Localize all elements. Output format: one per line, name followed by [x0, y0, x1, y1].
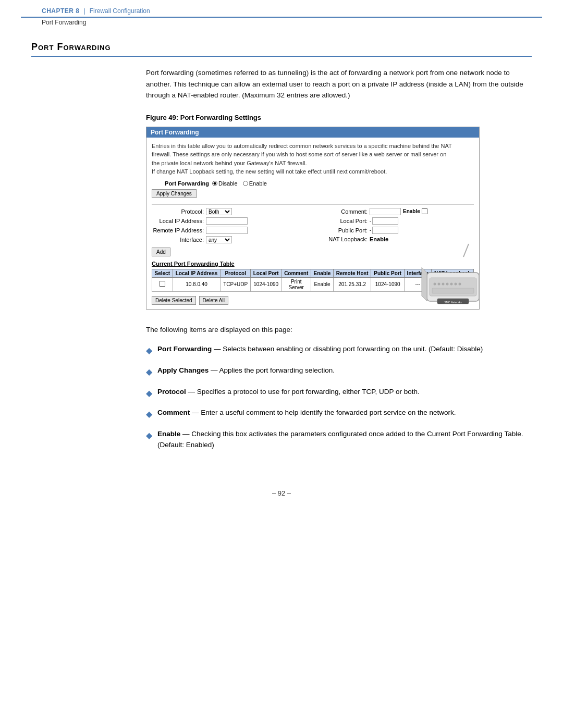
sub-title: Port Forwarding: [21, 19, 542, 26]
public-port-input[interactable]: [372, 227, 398, 234]
enable-checkbox[interactable]: [422, 208, 427, 214]
local-port-input[interactable]: [372, 217, 398, 225]
apply-changes-button[interactable]: Apply Changes: [152, 189, 197, 198]
bullet-text: Enable — Checking this box activates the…: [157, 428, 532, 451]
interface-select[interactable]: any: [206, 236, 232, 243]
chapter-label: Chapter 8: [42, 7, 80, 15]
svg-point-9: [459, 282, 461, 285]
svg-rect-10: [432, 288, 474, 293]
bullet-text: Port Forwarding — Selects between enabli…: [157, 343, 532, 355]
pf-disable-radio[interactable]: Disable: [212, 180, 238, 187]
local-ip-input[interactable]: [206, 217, 248, 225]
protocol-label: Protocol:: [152, 208, 204, 215]
body-text: The following items are displayed on thi…: [146, 324, 532, 336]
svg-point-6: [446, 282, 449, 285]
intro-paragraph: Port forwarding (sometimes referred to a…: [146, 67, 532, 101]
col-remote-host: Remote Host: [333, 269, 371, 277]
term-comment: Comment: [157, 409, 190, 416]
svg-point-4: [438, 282, 440, 285]
pf-form-grid: Protocol: Both TCP UDP Comment: Enable: [152, 208, 474, 243]
cell-remote-host: 201.25.31.2: [333, 277, 371, 291]
term-protocol: Protocol: [157, 388, 186, 396]
bullet-text: Comment — Enter a useful comment to help…: [157, 407, 532, 418]
delete-all-button[interactable]: Delete All: [199, 296, 228, 305]
list-item: ◆ Apply Changes — Applies the port forwa…: [146, 365, 532, 379]
term-enable: Enable: [157, 430, 180, 438]
list-item: ◆ Port Forwarding — Selects between enab…: [146, 343, 532, 357]
col-protocol: Protocol: [221, 269, 250, 277]
pf-description: Entries in this table allow you to autom…: [152, 142, 474, 176]
list-item: ◆ Enable — Checking this box activates t…: [146, 428, 532, 451]
local-port-label: Local Port:: [315, 218, 368, 224]
nat-loopback-value: Enable: [370, 236, 388, 242]
local-ip-row: Local IP Address:: [152, 217, 310, 225]
disable-label: Disable: [218, 180, 238, 187]
svg-marker-13: [422, 267, 427, 301]
svg-point-8: [455, 282, 457, 285]
bullet-text: Protocol — Specifies a protocol to use f…: [157, 386, 532, 398]
pf-radio-label: Port Forwarding: [152, 180, 209, 187]
list-item: ◆ Comment — Enter a useful comment to he…: [146, 407, 532, 421]
cell-comment: PrintServer: [282, 277, 311, 291]
desc-port-forwarding: Selects between enabling or disabling po…: [223, 345, 483, 353]
list-item: ◆ Protocol — Specifies a protocol to use…: [146, 386, 532, 400]
nat-loopback-label: NAT Loopback:: [315, 236, 368, 242]
remote-ip-input[interactable]: [206, 227, 248, 234]
comment-label: Comment:: [315, 208, 368, 215]
disable-radio-dot[interactable]: [212, 181, 217, 186]
cell-local-ip: 10.8.0.40: [173, 277, 221, 291]
page-title: Port Forwarding: [31, 42, 532, 53]
public-port-label: Public Port:: [315, 227, 368, 233]
comment-input[interactable]: [370, 208, 401, 215]
remote-ip-label: Remote IP Address:: [152, 227, 204, 233]
comment-row: Comment: Enable: [315, 208, 474, 215]
protocol-select[interactable]: Both TCP UDP: [206, 208, 232, 215]
interface-label: Interface:: [152, 237, 204, 243]
local-ip-label: Local IP Address:: [152, 218, 204, 224]
col-local-port: Local Port: [250, 269, 281, 277]
cell-protocol: TCP+UDP: [221, 277, 250, 291]
cell-select[interactable]: [152, 277, 173, 291]
bullet-list: ◆ Port Forwarding — Selects between enab…: [146, 343, 532, 451]
chapter-title: Firewall Configuration: [90, 7, 150, 15]
desc-apply-changes: Applies the port forwarding selection.: [219, 366, 335, 374]
page-footer: – 92 –: [0, 479, 563, 508]
enable-radio-dot[interactable]: [243, 181, 248, 186]
cell-enable: Enable: [311, 277, 334, 291]
bullet-icon: ◆: [146, 365, 152, 379]
col-enable: Enable: [311, 269, 334, 277]
router-image: SMC Networks: [396, 241, 484, 309]
svg-text:SMC Networks: SMC Networks: [444, 301, 462, 304]
svg-point-7: [450, 282, 453, 285]
pf-radio-row: Port Forwarding Disable Enable: [152, 180, 474, 187]
page-number: – 92 –: [272, 489, 291, 497]
pf-enable-radio[interactable]: Enable: [243, 180, 267, 187]
svg-point-3: [434, 282, 436, 285]
local-port-row: Local Port: -: [315, 217, 474, 225]
bullet-text: Apply Changes — Applies the port forward…: [157, 365, 532, 376]
bullet-icon: ◆: [146, 408, 152, 421]
pf-title-bar: Port Forwarding: [146, 127, 479, 138]
section-heading: Port Forwarding: [31, 42, 532, 57]
bullet-icon: ◆: [146, 387, 152, 400]
chapter-separator: |: [84, 7, 85, 15]
add-button[interactable]: Add: [152, 248, 170, 256]
desc-comment: Enter a useful comment to help identify …: [201, 409, 456, 416]
row-checkbox[interactable]: [160, 281, 165, 287]
protocol-row: Protocol: Both TCP UDP: [152, 208, 310, 215]
cell-local-port: 1024-1090: [250, 277, 281, 291]
enable-label: Enable: [249, 180, 267, 187]
enable-checkbox-label: Enable: [403, 208, 420, 214]
delete-selected-button[interactable]: Delete Selected: [152, 296, 196, 305]
term-port-forwarding: Port Forwarding: [157, 345, 212, 353]
bullet-icon: ◆: [146, 344, 152, 357]
remote-ip-row: Remote IP Address:: [152, 227, 310, 234]
page-header: Chapter 8 | Firewall Configuration: [21, 3, 542, 18]
col-comment: Comment: [282, 269, 311, 277]
desc-enable: Checking this box activates the paramete…: [157, 430, 523, 449]
col-select: Select: [152, 269, 173, 277]
interface-row: Interface: any: [152, 236, 310, 243]
bullet-icon: ◆: [146, 429, 152, 442]
col-local-ip: Local IP Address: [173, 269, 221, 277]
term-apply-changes: Apply Changes: [157, 366, 209, 374]
